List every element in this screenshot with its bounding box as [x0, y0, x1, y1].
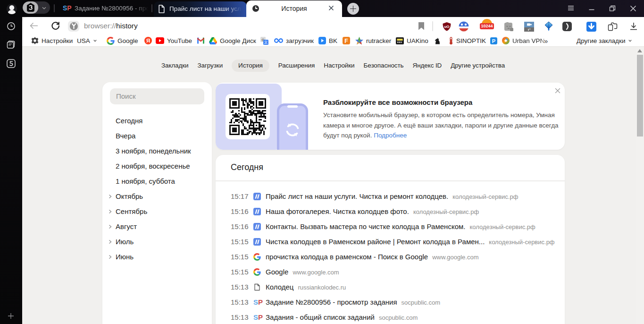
svg-text:uO: uO — [444, 25, 449, 29]
svg-text:F: F — [344, 38, 348, 44]
svg-text:Я: Я — [146, 38, 150, 43]
svg-text:P: P — [492, 38, 495, 43]
svg-text:文: 文 — [264, 40, 268, 44]
